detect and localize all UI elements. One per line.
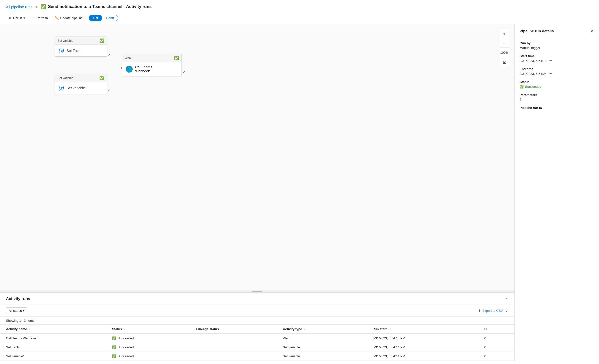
set-variable1-check: ✓ — [108, 88, 111, 92]
canvas-controls: + − 100% ⊡ — [500, 29, 509, 67]
set-variable1-success-icon: ✅ — [99, 76, 104, 80]
set-facts-label: Set Facts — [66, 49, 81, 53]
set-variable1-node[interactable]: Set variable ✅ (𝑥) Set variable1 — [55, 74, 107, 94]
panel-title: Pipeline run details — [520, 29, 554, 33]
rerun-chevron-icon: ▾ — [23, 16, 25, 20]
status-section: Status ✅ Succeeded — [520, 80, 594, 89]
col-activity-type: Activity type ↑↓ — [277, 325, 366, 334]
table-row[interactable]: Set Facts ✅ Succeeded Set variable 3/31/… — [0, 343, 514, 352]
run-by-label: Run by — [520, 41, 594, 45]
status-filter[interactable]: All status ▾ — [6, 307, 27, 314]
table-head: Activity name ↑↓ Status ↑↓ Lineage statu… — [0, 325, 514, 334]
panel-close-button[interactable]: ✕ — [590, 28, 594, 34]
gantt-view-button[interactable]: Gantt — [102, 15, 118, 21]
update-pipeline-button[interactable]: ✏️ Update pipeline — [52, 15, 86, 21]
cell-lineage-status — [190, 343, 277, 352]
collapse-button[interactable]: ∧ — [505, 296, 508, 301]
pipeline-run-id-section: Pipeline run ID — [520, 106, 594, 110]
filter-bar: All status ▾ ⬇ Export to CSV ∨ — [0, 305, 514, 317]
sort-icon-status[interactable]: ↑↓ — [124, 328, 127, 331]
toolbar: ⟳ Rerun ▾ ↻ Refresh ✏️ Update pipeline L… — [0, 12, 599, 24]
expand-button[interactable]: ⊡ — [500, 58, 509, 67]
sort-icon[interactable]: ↑↓ — [29, 328, 32, 331]
end-time-section: End time 3/31/2023, 5:54:24 PM — [520, 67, 594, 76]
set-facts-node-body: (𝑥) Set Facts — [55, 45, 107, 56]
cell-d: 0 — [478, 343, 514, 352]
web-check: ✓ — [182, 70, 185, 74]
panel-body: Run by Manual trigger Start time 3/31/20… — [515, 37, 599, 118]
status-badge: ✅ Succeeded — [520, 85, 594, 89]
table-row[interactable]: Call Teams Webhook ✅ Succeeded Web 3/31/… — [0, 334, 514, 343]
status-success-icon: ✅ — [112, 354, 116, 358]
cell-activity-name: Set variable1 — [0, 352, 106, 361]
variable-icon: (𝑥) — [59, 48, 64, 53]
globe-icon: 🌐 — [126, 66, 133, 73]
export-csv-button[interactable]: ⬇ Export to CSV — [478, 309, 503, 313]
refresh-button[interactable]: ↻ Refresh — [29, 15, 51, 21]
set-variable1-node-header: Set variable ✅ — [55, 74, 107, 82]
right-panel: Pipeline run details ✕ Run by Manual tri… — [514, 24, 599, 361]
connector-arrow: ▶ — [108, 66, 123, 70]
end-time-label: End time — [520, 67, 594, 71]
status-success-icon: ✅ — [112, 345, 116, 349]
list-view-button[interactable]: List — [89, 15, 102, 21]
col-d: D — [478, 325, 514, 334]
table-header-row: Activity name ↑↓ Status ↑↓ Lineage statu… — [0, 325, 514, 334]
page-title: ✅ Send notification to a Teams channel -… — [41, 4, 152, 9]
set-variable1-label: Set variable1 — [66, 86, 87, 90]
activity-runs-header: Activity runs ∧ — [0, 293, 514, 305]
pipeline-canvas[interactable]: Set variable ✅ (𝑥) Set Facts ✓ Set varia… — [0, 24, 514, 290]
status-text: Succeeded — [118, 354, 134, 358]
sort-icon-start[interactable]: ↑↓ — [389, 328, 391, 331]
table-body: Call Teams Webhook ✅ Succeeded Web 3/31/… — [0, 334, 514, 361]
sort-icon-type[interactable]: ↑↓ — [304, 328, 307, 331]
cell-status: ✅ Succeeded — [106, 334, 190, 343]
set-facts-node-header: Set variable ✅ — [55, 37, 107, 45]
activity-runs-table: Activity name ↑↓ Status ↑↓ Lineage statu… — [0, 325, 514, 361]
status-success-icon: ✅ — [112, 336, 116, 340]
set-facts-node[interactable]: Set variable ✅ (𝑥) Set Facts — [55, 37, 107, 57]
breadcrumb-link[interactable]: All pipeline runs — [6, 5, 32, 9]
run-by-value: Manual trigger — [520, 46, 594, 50]
cell-status: ✅ Succeeded — [106, 352, 190, 361]
view-toggle: List Gantt — [89, 15, 118, 21]
cell-run-start: 3/31/2023, 5:54:14 PM — [366, 352, 478, 361]
cell-activity-name: Set Facts — [0, 343, 106, 352]
rerun-button[interactable]: ⟳ Rerun ▾ — [6, 15, 28, 21]
status-icon: ✅ — [520, 85, 524, 89]
status-text: Succeeded — [118, 336, 134, 340]
filter-chevron-icon: ▾ — [23, 309, 25, 313]
variable1-icon: (𝑥) — [59, 85, 64, 91]
cell-d: 0 — [478, 334, 514, 343]
set-facts-success-icon: ✅ — [99, 38, 104, 43]
col-status: Status ↑↓ — [106, 325, 190, 334]
parameters-label: Parameters — [520, 93, 594, 97]
resize-handle[interactable] — [0, 290, 514, 292]
web-success-icon: ✅ — [174, 56, 179, 60]
zoom-in-button[interactable]: + — [500, 29, 509, 38]
web-node[interactable]: Web ✅ 🌐 Call TeamsWebhook — [122, 54, 182, 76]
fit-screen-button[interactable]: 100% — [500, 48, 509, 57]
canvas-area: Set variable ✅ (𝑥) Set Facts ✓ Set varia… — [0, 24, 514, 361]
start-time-label: Start time — [520, 54, 594, 58]
parameters-value[interactable]: 7 — [520, 98, 594, 101]
filter-collapse-button[interactable]: ∨ — [505, 308, 508, 313]
web-node-body: 🌐 Call TeamsWebhook — [122, 62, 181, 76]
download-icon: ⬇ — [478, 309, 481, 313]
table-row[interactable]: Set variable1 ✅ Succeeded Set variable 3… — [0, 352, 514, 361]
col-activity-name: Activity name ↑↓ — [0, 325, 106, 334]
status-label: Status — [520, 80, 594, 84]
cell-activity-name: Call Teams Webhook — [0, 334, 106, 343]
zoom-out-button[interactable]: − — [500, 39, 509, 48]
resize-indicator — [252, 291, 262, 292]
cell-d: 0 — [478, 352, 514, 361]
status-text: Succeeded — [118, 345, 134, 349]
activity-runs-title: Activity runs — [6, 297, 30, 301]
activity-runs-section: Activity runs ∧ All status ▾ ⬇ Export to… — [0, 292, 514, 361]
col-run-start: Run start ↑↓ — [366, 325, 478, 334]
count-row: Showing 1 - 3 items — [0, 317, 514, 325]
filter-right: ⬇ Export to CSV ∨ — [478, 308, 508, 313]
connector-line — [108, 68, 121, 68]
cell-activity-type: Set variable — [277, 352, 366, 361]
cell-lineage-status — [190, 334, 277, 343]
